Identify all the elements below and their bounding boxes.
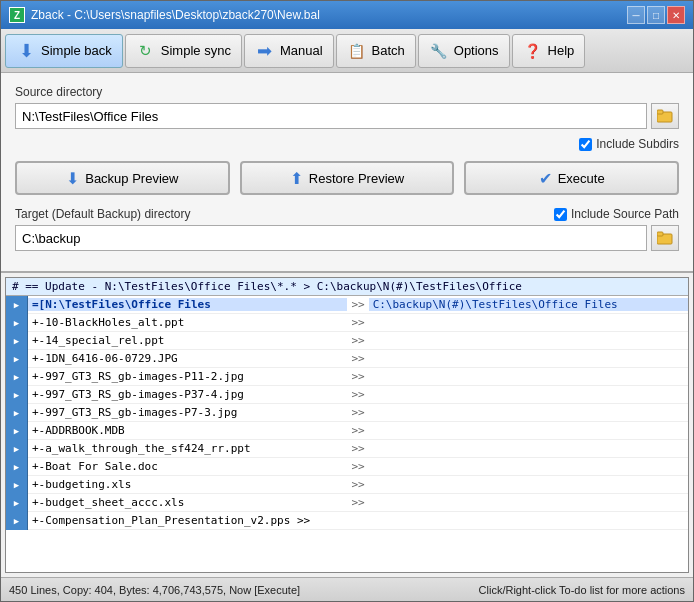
toolbar-batch[interactable]: 📋 Batch <box>336 34 416 68</box>
row-source-11: +-budget_sheet_accc.xls <box>28 496 347 509</box>
batch-icon: 📋 <box>347 41 367 61</box>
action-buttons-row: ⬇ Backup Preview ⬆ Restore Preview ✔ Exe… <box>15 161 679 195</box>
simple-sync-icon: ↻ <box>136 41 156 61</box>
backup-preview-button[interactable]: ⬇ Backup Preview <box>15 161 230 195</box>
svg-rect-1 <box>657 110 663 114</box>
middle-section: # == Update - N:\TestFiles\Office Files\… <box>1 273 693 601</box>
toolbar-manual-label: Manual <box>280 43 323 58</box>
options-icon: 🔧 <box>429 41 449 61</box>
include-subdirs-label[interactable]: Include Subdirs <box>579 137 679 151</box>
row-source-9: +-Boat For Sale.doc <box>28 460 347 473</box>
toolbar-help[interactable]: ❓ Help <box>512 34 586 68</box>
row-source-0: =[N:\TestFiles\Office Files <box>28 298 347 311</box>
toolbar-batch-label: Batch <box>372 43 405 58</box>
row-source-6: +-997_GT3_RS_gb-images-P7-3.jpg <box>28 406 347 419</box>
title-bar-controls: ─ □ ✕ <box>627 6 685 24</box>
row-arrow-4[interactable]: ▶ <box>6 368 28 386</box>
output-header-text: # == Update - N:\TestFiles\Office Files\… <box>12 280 522 293</box>
main-form: Source directory Include Subdirs ⬇ Backu… <box>1 73 693 273</box>
toolbar: ⬇ Simple back ↻ Simple sync ➡ Manual 📋 B… <box>1 29 693 73</box>
output-row-12[interactable]: ▶ +-Compensation_Plan_Presentation_v2.pp… <box>6 512 688 530</box>
include-subdirs-checkbox[interactable] <box>579 138 592 151</box>
app-window: Z Zback - C:\Users\snapfiles\Desktop\zba… <box>0 0 694 602</box>
row-source-8: +-a_walk_through_the_sf424_rr.ppt <box>28 442 347 455</box>
row-dest-0: C:\backup\N(#)\TestFiles\Office Files <box>369 298 688 311</box>
output-row-5[interactable]: ▶ +-997_GT3_RS_gb-images-P37-4.jpg >> <box>6 386 688 404</box>
include-subdirs-row: Include Subdirs <box>15 137 679 151</box>
target-input[interactable] <box>15 225 647 251</box>
restore-preview-button[interactable]: ⬆ Restore Preview <box>240 161 455 195</box>
toolbar-options[interactable]: 🔧 Options <box>418 34 510 68</box>
source-input[interactable] <box>15 103 647 129</box>
close-button[interactable]: ✕ <box>667 6 685 24</box>
row-source-5: +-997_GT3_RS_gb-images-P37-4.jpg <box>28 388 347 401</box>
include-source-path-checkbox[interactable] <box>554 208 567 221</box>
row-arrow-9[interactable]: ▶ <box>6 458 28 476</box>
toolbar-simple-back-label: Simple back <box>41 43 112 58</box>
target-folder-button[interactable] <box>651 225 679 251</box>
status-right[interactable]: Click/Right-click To-do list for more ac… <box>479 584 685 596</box>
output-row-2[interactable]: ▶ +-14_special_rel.ppt >> <box>6 332 688 350</box>
output-row-8[interactable]: ▶ +-a_walk_through_the_sf424_rr.ppt >> <box>6 440 688 458</box>
minimize-button[interactable]: ─ <box>627 6 645 24</box>
backup-preview-icon: ⬇ <box>66 169 79 188</box>
target-input-row <box>15 225 679 251</box>
row-source-2: +-14_special_rel.ppt <box>28 334 347 347</box>
row-arrow-8[interactable]: ▶ <box>6 440 28 458</box>
row-arrow-6[interactable]: ▶ <box>6 404 28 422</box>
row-source-7: +-ADDRBOOK.MDB <box>28 424 347 437</box>
output-row-1[interactable]: ▶ +-10-BlackHoles_alt.ppt >> <box>6 314 688 332</box>
row-arrow-5[interactable]: ▶ <box>6 386 28 404</box>
output-row-9[interactable]: ▶ +-Boat For Sale.doc >> <box>6 458 688 476</box>
help-icon: ❓ <box>523 41 543 61</box>
source-label: Source directory <box>15 85 679 99</box>
toolbar-simple-sync[interactable]: ↻ Simple sync <box>125 34 242 68</box>
output-row-0[interactable]: ▶ =[N:\TestFiles\Office Files >> C:\back… <box>6 296 688 314</box>
row-source-12: +-Compensation_Plan_Presentation_v2.pps … <box>28 514 354 527</box>
output-area: # == Update - N:\TestFiles\Office Files\… <box>5 277 689 573</box>
row-arrow-11[interactable]: ▶ <box>6 494 28 512</box>
output-header: # == Update - N:\TestFiles\Office Files\… <box>6 278 688 296</box>
toolbar-manual[interactable]: ➡ Manual <box>244 34 334 68</box>
simple-back-icon: ⬇ <box>16 41 36 61</box>
source-input-row <box>15 103 679 129</box>
output-row-10[interactable]: ▶ +-budgeting.xls >> <box>6 476 688 494</box>
row-source-10: +-budgeting.xls <box>28 478 347 491</box>
toolbar-simple-sync-label: Simple sync <box>161 43 231 58</box>
source-folder-button[interactable] <box>651 103 679 129</box>
row-arrow-1[interactable]: ▶ <box>6 314 28 332</box>
status-left: 450 Lines, Copy: 404, Bytes: 4,706,743,5… <box>9 584 300 596</box>
row-arrow-0[interactable]: ▶ <box>6 296 28 314</box>
folder-icon-2 <box>657 231 673 245</box>
row-source-4: +-997_GT3_RS_gb-images-P11-2.jpg <box>28 370 347 383</box>
row-source-3: +-1DN_6416-06-0729.JPG <box>28 352 347 365</box>
window-title: Zback - C:\Users\snapfiles\Desktop\zback… <box>31 8 320 22</box>
target-row: Target (Default Backup) directory Includ… <box>15 207 679 221</box>
title-bar: Z Zback - C:\Users\snapfiles\Desktop\zba… <box>1 1 693 29</box>
row-arrow-3[interactable]: ▶ <box>6 350 28 368</box>
output-row-6[interactable]: ▶ +-997_GT3_RS_gb-images-P7-3.jpg >> <box>6 404 688 422</box>
title-bar-left: Z Zback - C:\Users\snapfiles\Desktop\zba… <box>9 7 320 23</box>
execute-button[interactable]: ✔ Execute <box>464 161 679 195</box>
output-row-7[interactable]: ▶ +-ADDRBOOK.MDB >> <box>6 422 688 440</box>
row-source-1: +-10-BlackHoles_alt.ppt <box>28 316 347 329</box>
manual-icon: ➡ <box>255 41 275 61</box>
output-row-11[interactable]: ▶ +-budget_sheet_accc.xls >> <box>6 494 688 512</box>
output-row-4[interactable]: ▶ +-997_GT3_RS_gb-images-P11-2.jpg >> <box>6 368 688 386</box>
app-icon: Z <box>9 7 25 23</box>
row-arrow-2[interactable]: ▶ <box>6 332 28 350</box>
row-arrow-7[interactable]: ▶ <box>6 422 28 440</box>
include-source-path-label[interactable]: Include Source Path <box>554 207 679 221</box>
toolbar-simple-back[interactable]: ⬇ Simple back <box>5 34 123 68</box>
target-label: Target (Default Backup) directory <box>15 207 190 221</box>
output-row-3[interactable]: ▶ +-1DN_6416-06-0729.JPG >> <box>6 350 688 368</box>
status-bar: 450 Lines, Copy: 404, Bytes: 4,706,743,5… <box>1 577 693 601</box>
row-arrow-10[interactable]: ▶ <box>6 476 28 494</box>
output-scroll[interactable]: ▶ =[N:\TestFiles\Office Files >> C:\back… <box>6 296 688 572</box>
toolbar-help-label: Help <box>548 43 575 58</box>
maximize-button[interactable]: □ <box>647 6 665 24</box>
folder-icon <box>657 109 673 123</box>
output-wrapper: # == Update - N:\TestFiles\Office Files\… <box>1 273 693 577</box>
toolbar-options-label: Options <box>454 43 499 58</box>
row-arrow-12[interactable]: ▶ <box>6 512 28 530</box>
